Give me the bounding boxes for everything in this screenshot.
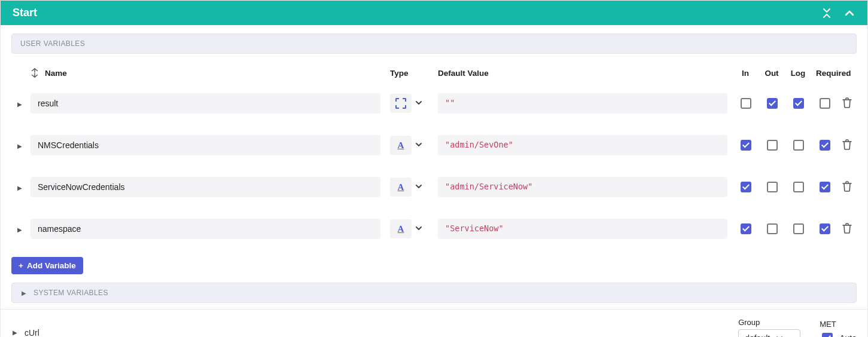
- expand-row-icon[interactable]: ▶: [16, 143, 23, 149]
- type-dropdown[interactable]: [415, 182, 422, 192]
- type-dropdown[interactable]: [415, 140, 422, 150]
- group-field: Group default: [738, 318, 800, 337]
- add-variable-label: Add Variable: [27, 261, 76, 270]
- default-value-input[interactable]: "admin/ServiceNow": [438, 177, 727, 197]
- in-checkbox[interactable]: [741, 182, 751, 192]
- collapse-vertical-icon[interactable]: [821, 7, 833, 19]
- table-row: ▶ A "admin/SevOne": [11, 129, 857, 171]
- variable-name-input[interactable]: [31, 93, 380, 114]
- delete-row-button[interactable]: [842, 226, 852, 235]
- type-indicator: A: [390, 136, 412, 155]
- user-variables-section[interactable]: USER VARIABLES: [11, 33, 857, 54]
- type-dropdown[interactable]: [415, 99, 422, 108]
- out-checkbox[interactable]: [767, 140, 778, 151]
- start-panel: Start USER VARIABLES: [0, 0, 868, 337]
- log-checkbox[interactable]: [793, 182, 804, 192]
- delete-row-button[interactable]: [842, 142, 852, 152]
- log-checkbox[interactable]: [793, 140, 804, 151]
- panel-header-actions: [821, 7, 855, 19]
- default-value-input[interactable]: "admin/SevOne": [438, 135, 727, 155]
- required-checkbox[interactable]: [820, 182, 830, 192]
- group-label: Group: [738, 318, 800, 327]
- col-required-label: Required: [811, 65, 837, 87]
- type-dropdown[interactable]: [415, 224, 422, 234]
- type-string-icon: A: [398, 140, 404, 151]
- in-checkbox[interactable]: [741, 98, 751, 109]
- required-checkbox[interactable]: [820, 140, 830, 151]
- sort-icon: [31, 68, 39, 78]
- type-string-icon: A: [398, 182, 404, 192]
- log-checkbox[interactable]: [793, 98, 804, 109]
- table-row: ▶ "": [11, 87, 857, 129]
- system-variables-section[interactable]: ▶ SYSTEM VARIABLES: [11, 283, 857, 303]
- panel-title: Start: [13, 7, 37, 19]
- panel-body: USER VARIABLES: [1, 25, 867, 309]
- col-name-label: Name: [45, 69, 67, 78]
- expand-icon: ▶: [11, 329, 19, 336]
- met-field: MET Auto: [820, 320, 857, 337]
- col-in-label: In: [732, 65, 759, 87]
- plus-icon: +: [19, 261, 23, 270]
- delete-row-button[interactable]: [842, 184, 852, 194]
- expand-icon: ▶: [20, 290, 28, 296]
- out-checkbox[interactable]: [767, 98, 778, 109]
- add-variable-button[interactable]: + Add Variable: [11, 257, 83, 274]
- variable-name-input[interactable]: [31, 219, 380, 239]
- in-checkbox[interactable]: [741, 223, 751, 234]
- chevron-up-icon[interactable]: [843, 7, 855, 19]
- table-header-row: Name Type Default Value In Out Log Requi…: [11, 65, 857, 87]
- user-variables-label: USER VARIABLES: [20, 39, 85, 48]
- col-type-label: Type: [385, 65, 433, 87]
- table-row: ▶ A "ServiceNow": [11, 213, 857, 255]
- col-log-label: Log: [785, 65, 811, 87]
- group-select[interactable]: default: [738, 329, 800, 337]
- variable-name-input[interactable]: [31, 177, 380, 197]
- type-any-icon: [395, 98, 406, 109]
- in-checkbox[interactable]: [741, 140, 751, 151]
- node-title-wrap[interactable]: ▶ cUrl: [11, 328, 738, 338]
- type-indicator: [390, 94, 412, 113]
- table-row: ▶ A "admin/ServiceNow": [11, 171, 857, 213]
- expand-row-icon[interactable]: ▶: [16, 226, 23, 233]
- met-label: MET: [820, 320, 857, 329]
- type-indicator: A: [390, 219, 412, 238]
- type-indicator: A: [390, 177, 412, 197]
- default-value-input[interactable]: "": [438, 93, 727, 114]
- type-string-icon: A: [398, 224, 404, 234]
- met-auto-checkbox[interactable]: [822, 333, 833, 337]
- chevron-down-icon: [776, 335, 783, 337]
- group-value: default: [745, 333, 770, 337]
- default-value-input[interactable]: "ServiceNow": [438, 219, 727, 239]
- col-out-label: Out: [759, 65, 785, 87]
- col-default-label: Default Value: [433, 65, 732, 87]
- variable-name-input[interactable]: [31, 135, 380, 155]
- required-checkbox[interactable]: [820, 223, 830, 234]
- log-checkbox[interactable]: [793, 223, 804, 234]
- expand-row-icon[interactable]: ▶: [16, 101, 23, 108]
- required-checkbox[interactable]: [820, 98, 830, 109]
- node-label: cUrl: [25, 328, 39, 338]
- met-auto-label: Auto: [839, 333, 857, 337]
- delete-row-button[interactable]: [842, 100, 852, 110]
- out-checkbox[interactable]: [767, 223, 778, 234]
- node-footer: ▶ cUrl Group default MET Auto: [1, 309, 867, 337]
- name-header[interactable]: Name: [31, 68, 380, 78]
- expand-row-icon[interactable]: ▶: [16, 185, 23, 191]
- system-variables-label: SYSTEM VARIABLES: [33, 289, 108, 297]
- panel-header: Start: [1, 1, 867, 25]
- variables-table: Name Type Default Value In Out Log Requi…: [11, 65, 857, 255]
- out-checkbox[interactable]: [767, 182, 778, 192]
- node-footer-right: Group default MET Auto: [738, 318, 857, 337]
